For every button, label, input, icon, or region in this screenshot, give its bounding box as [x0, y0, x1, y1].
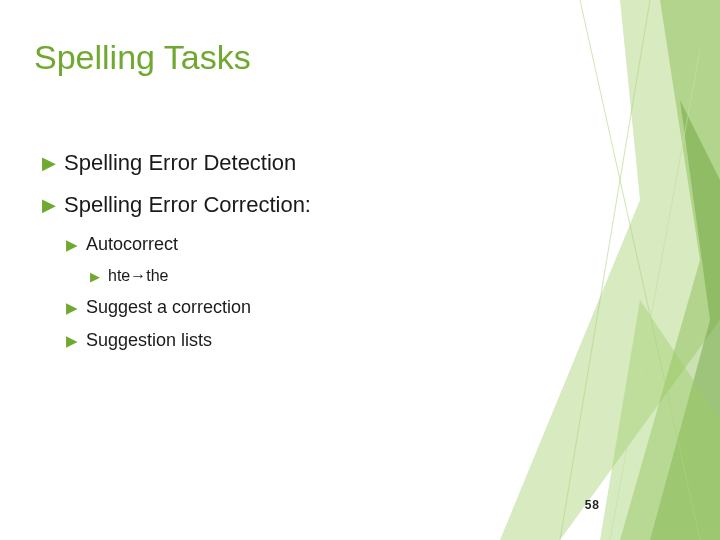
bullet-text: Suggestion lists: [86, 330, 212, 351]
bullet-text: Spelling Error Detection: [64, 150, 296, 176]
bullet-level2: ▶ Suggest a correction: [66, 297, 311, 318]
decorative-background: [500, 0, 720, 540]
bullet-level1: ▶ Spelling Error Correction:: [42, 192, 311, 218]
svg-marker-3: [600, 300, 720, 540]
svg-line-4: [580, 0, 700, 540]
bullet-icon: ▶: [42, 194, 56, 216]
bullet-icon: ▶: [42, 152, 56, 174]
bullet-icon: ▶: [90, 269, 100, 284]
svg-line-5: [560, 0, 650, 540]
slide-content: ▶ Spelling Error Detection ▶ Spelling Er…: [42, 150, 311, 363]
bullet-text: Spelling Error Correction:: [64, 192, 311, 218]
bullet-icon: ▶: [66, 236, 78, 254]
bullet-text: Autocorrect: [86, 234, 178, 255]
svg-marker-1: [620, 0, 720, 540]
slide-title: Spelling Tasks: [34, 38, 251, 77]
bullet-icon: ▶: [66, 332, 78, 350]
page-number: 58: [585, 498, 600, 512]
bullet-level2: ▶ Suggestion lists: [66, 330, 311, 351]
svg-marker-0: [500, 0, 720, 540]
svg-line-6: [610, 50, 700, 540]
bullet-text: hte→the: [108, 267, 168, 285]
svg-marker-2: [650, 100, 720, 540]
bullet-icon: ▶: [66, 299, 78, 317]
bullet-text: Suggest a correction: [86, 297, 251, 318]
bullet-level1: ▶ Spelling Error Detection: [42, 150, 311, 176]
bullet-level2: ▶ Autocorrect: [66, 234, 311, 255]
bullet-level3: ▶ hte→the: [90, 267, 311, 285]
